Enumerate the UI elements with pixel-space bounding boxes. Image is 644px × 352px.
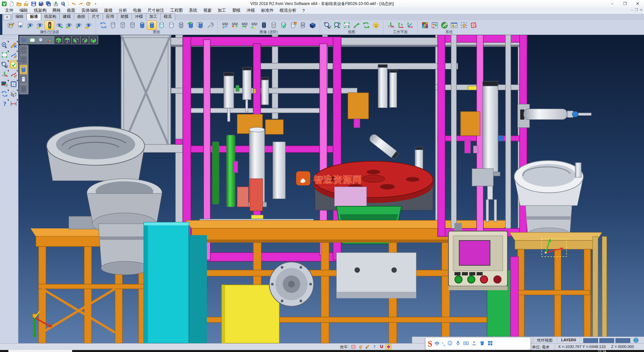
system-report-icon[interactable] xyxy=(430,20,439,30)
snap-magnet-icon[interactable] xyxy=(378,344,384,350)
display-translucent-icon[interactable] xyxy=(19,75,28,84)
regenerate-icon[interactable] xyxy=(1,90,9,98)
zoom-dynamic-icon[interactable] xyxy=(352,20,361,30)
menu-item-18[interactable]: ? xyxy=(300,8,308,14)
attribute-colors-icon[interactable] xyxy=(6,20,15,30)
visibility-filter-icon[interactable] xyxy=(45,20,54,30)
open-folder-icon[interactable] xyxy=(15,0,22,7)
save-all-icon[interactable] xyxy=(45,0,52,7)
workplane-axis-icon[interactable] xyxy=(1,70,9,78)
ghost-mode-icon[interactable] xyxy=(166,20,176,30)
menu-item-16[interactable]: 标准件 xyxy=(258,7,277,14)
attribute-manager-icon[interactable] xyxy=(1,80,9,88)
ime-person-icon[interactable] xyxy=(471,340,477,347)
view-menu-icon[interactable] xyxy=(19,36,28,44)
ime-punctuation-toggle[interactable]: ’, xyxy=(442,341,445,347)
undo-icon[interactable] xyxy=(70,0,77,7)
system-settings-icon[interactable] xyxy=(439,20,449,30)
color-table-icon[interactable] xyxy=(420,20,430,30)
menu-item-12[interactable]: 视窗 xyxy=(200,7,215,14)
texture-mode-icon[interactable] xyxy=(288,20,298,30)
redo-icon[interactable] xyxy=(77,0,84,7)
hide-all-icon[interactable] xyxy=(84,20,93,30)
mesh-mode-icon[interactable] xyxy=(176,20,186,30)
edit-erase-icon[interactable] xyxy=(10,41,18,49)
measure-distance-icon[interactable] xyxy=(10,99,18,107)
mdi-close[interactable]: ✕ xyxy=(640,8,643,12)
view-top-icon[interactable] xyxy=(63,36,71,44)
view-right-icon[interactable] xyxy=(89,36,98,44)
menu-item-14[interactable]: 塑模 xyxy=(229,7,244,14)
confirm-check-icon[interactable] xyxy=(10,60,18,69)
snap-hand-icon[interactable] xyxy=(357,344,363,350)
zoom-window-icon[interactable] xyxy=(28,36,37,44)
adv-refresh-icon[interactable] xyxy=(239,20,249,30)
zoom-preview-icon[interactable] xyxy=(1,41,9,49)
adv-show-toggle-icon[interactable]: + xyxy=(249,20,259,30)
show-add-icon[interactable]: + xyxy=(25,20,35,30)
window-layout-icon[interactable] xyxy=(10,80,18,88)
ime-mic-icon[interactable] xyxy=(455,340,461,347)
show-toggle-icon[interactable]: + xyxy=(64,20,74,30)
view-orientation-icon[interactable] xyxy=(371,20,381,30)
tab-塑膜[interactable]: 塑膜 xyxy=(117,13,132,20)
restore-button[interactable]: ❐ xyxy=(619,0,631,7)
solid-stripe-mode-icon[interactable] xyxy=(269,20,278,30)
layer-swatch-1[interactable] xyxy=(583,338,598,343)
sketch-pencil-icon[interactable] xyxy=(10,70,18,78)
tab-加工[interactable]: 加工 xyxy=(146,13,161,20)
selection-options-icon[interactable] xyxy=(459,20,469,30)
globe-icon[interactable] xyxy=(633,337,639,343)
axes-origin-icon[interactable] xyxy=(46,36,54,44)
print-preview-icon[interactable]: Q xyxy=(60,0,66,7)
view-isometric-icon[interactable] xyxy=(54,36,63,44)
shaded-edges-mode-icon[interactable] xyxy=(147,20,157,30)
visi-logo-icon[interactable]: V xyxy=(1,0,7,7)
shaded-mode-icon[interactable] xyxy=(137,20,147,30)
tab-编辑[interactable]: 编辑 xyxy=(12,13,27,20)
save-as-icon[interactable] xyxy=(38,0,44,7)
ime-emoji-icon[interactable] xyxy=(447,340,453,347)
tab-线架构[interactable]: 线架构 xyxy=(41,13,60,20)
viewport-canvas[interactable]: 智造资源网 ············· xyxy=(18,35,644,343)
regenerate-solid-icon[interactable] xyxy=(186,20,196,30)
workplane-align-icon[interactable] xyxy=(405,20,415,30)
save-icon[interactable] xyxy=(30,0,37,7)
adv-visibility-filter-icon[interactable] xyxy=(230,20,239,30)
close-button[interactable]: ✕ xyxy=(631,0,644,7)
workplane-create-icon[interactable] xyxy=(386,20,395,30)
solid-modeling-icon[interactable] xyxy=(10,90,18,98)
ime-keyboard-icon[interactable] xyxy=(463,340,469,347)
display-shaded-icon[interactable] xyxy=(19,65,28,74)
minimize-button[interactable]: – xyxy=(606,0,619,7)
mdi-restore[interactable]: ❐ xyxy=(635,8,638,12)
translucent-mode-icon[interactable] xyxy=(157,20,166,30)
zoom-window-icon[interactable] xyxy=(1,51,9,59)
more-commands-icon[interactable]: ▾ xyxy=(92,0,99,7)
snap-grid-icon[interactable] xyxy=(350,344,356,350)
layer-label[interactable]: LAYER0 xyxy=(561,338,576,342)
menu-item-15[interactable]: 冲模 xyxy=(244,7,258,14)
adv-show-add-icon[interactable]: + xyxy=(220,20,230,30)
zoom-1-1-icon[interactable]: 1:1 xyxy=(342,20,352,30)
tab-建模[interactable]: 建模 xyxy=(59,13,74,20)
snap-help-icon[interactable]: ? xyxy=(371,344,377,350)
menu-item-11[interactable]: 系统 xyxy=(186,7,200,14)
tab-应用[interactable]: 应用 xyxy=(103,13,117,20)
show-all-icon[interactable]: + xyxy=(74,20,84,30)
snap-intersection-icon[interactable] xyxy=(385,344,391,350)
ime-skin-icon[interactable] xyxy=(479,340,485,347)
dashed-hidden-mode-icon[interactable] xyxy=(127,20,137,30)
absolute-view-label[interactable]: 绝对视图 xyxy=(537,338,552,343)
tab-模流[interactable]: 模流 xyxy=(160,13,175,20)
mesh-view-icon[interactable] xyxy=(298,20,308,30)
lock-label[interactable]: 拴牢 xyxy=(340,345,348,350)
help-icon[interactable]: ? xyxy=(1,99,9,107)
tab-标准[interactable]: 标准 xyxy=(26,13,41,20)
ime-menu-grid-icon[interactable] xyxy=(487,340,493,347)
grid-calculator-icon[interactable] xyxy=(469,20,478,30)
insert-document-icon[interactable] xyxy=(23,0,30,7)
sogou-logo[interactable]: S xyxy=(428,340,432,348)
panel-drag-handle[interactable] xyxy=(1,36,17,39)
sketch-spline-icon[interactable] xyxy=(10,51,18,59)
